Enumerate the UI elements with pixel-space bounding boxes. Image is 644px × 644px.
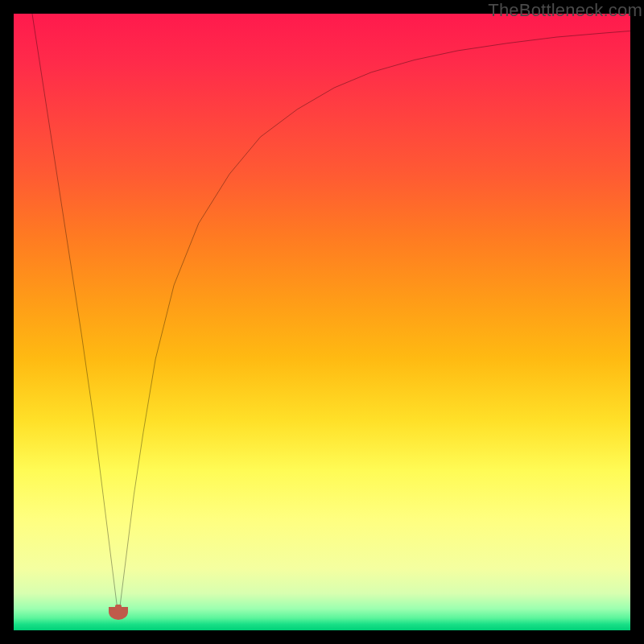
watermark-text: TheBottleneck.com (488, 0, 642, 21)
bottleneck-curve (14, 14, 630, 630)
chart-frame (14, 14, 630, 630)
